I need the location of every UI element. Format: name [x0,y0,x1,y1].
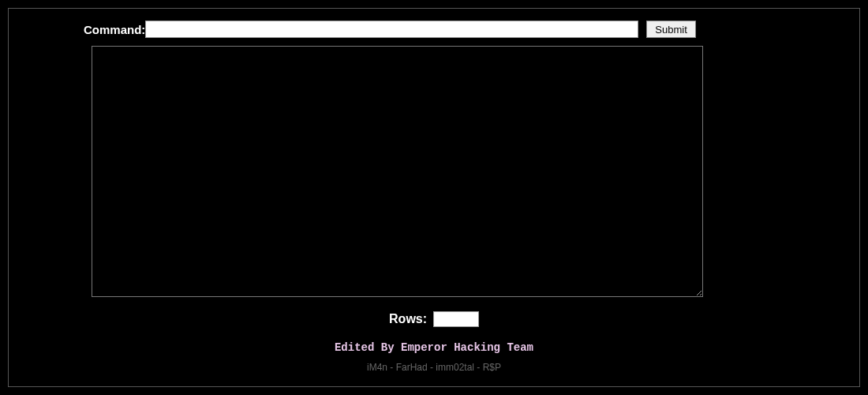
rows-input[interactable] [433,311,479,327]
submit-button[interactable]: Submit [646,21,695,38]
rows-row: Rows: [17,311,851,327]
credits-text: Edited By Emperor Hacking Team [17,341,851,354]
command-input[interactable] [145,21,638,38]
output-textarea[interactable] [92,46,703,297]
command-row: Command: Submit [84,21,851,38]
main-frame: Command: Submit Rows: Edited By Emperor … [8,8,860,387]
credits-names: iM4n - FarHad - imm02tal - R$P [17,362,851,373]
command-label: Command: [84,23,145,36]
rows-label: Rows: [389,312,427,325]
